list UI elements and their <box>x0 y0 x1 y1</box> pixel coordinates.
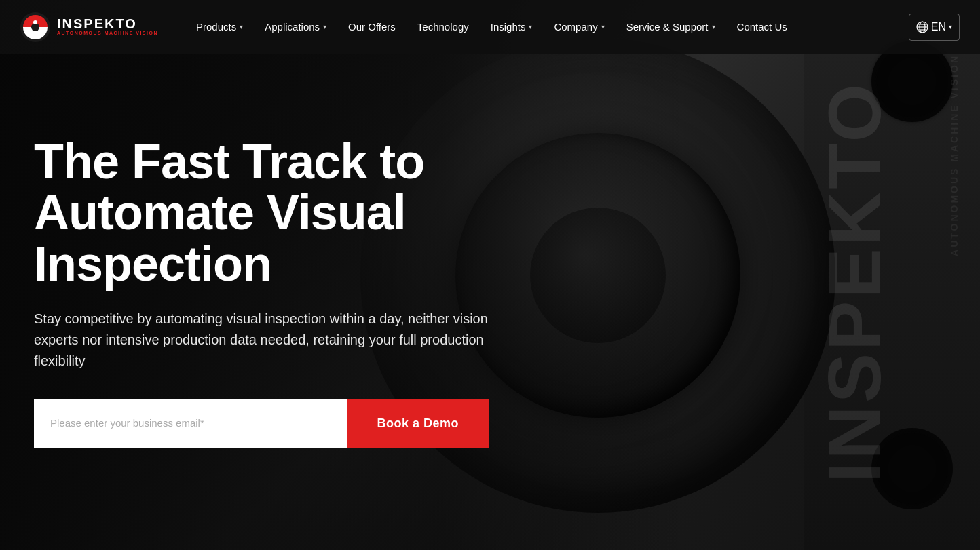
book-demo-button[interactable]: Book a Demo <box>347 399 489 448</box>
nav-label-technology: Technology <box>417 21 469 33</box>
chevron-down-icon: ▾ <box>323 23 326 31</box>
lens-inner <box>530 208 666 343</box>
nav-link-service-support[interactable]: Service & Support ▾ <box>616 2 726 52</box>
chevron-down-icon: ▾ <box>601 23 605 31</box>
nav-item-insights: Insights ▾ <box>480 2 544 52</box>
nav-item-products: Products ▾ <box>185 2 254 52</box>
nav-item-technology: Technology <box>407 2 480 52</box>
hero-content: The Fast Track to Automate Visual Inspec… <box>0 0 539 550</box>
hero-form: Book a Demo <box>34 399 489 448</box>
globe-icon <box>916 21 928 33</box>
nav-item-company: Company ▾ <box>543 2 615 52</box>
nav-menu: Products ▾ Applications ▾ Our Offers Tec… <box>185 2 909 52</box>
nav-label-products: Products <box>196 21 236 33</box>
nav-item-service-support: Service & Support ▾ <box>616 2 726 52</box>
chevron-down-icon: ▾ <box>949 23 952 31</box>
navbar: INSPEKTO AUTONOMOUS MACHINE VISION Produ… <box>0 0 980 54</box>
nav-label-applications: Applications <box>265 21 320 33</box>
nav-item-applications: Applications ▾ <box>254 2 337 52</box>
email-input[interactable] <box>34 399 347 448</box>
nav-link-contact[interactable]: Contact Us <box>726 2 798 52</box>
logo-text-block: INSPEKTO AUTONOMOUS MACHINE VISION <box>57 17 158 36</box>
svg-point-2 <box>33 20 37 24</box>
chevron-down-icon: ▾ <box>240 23 243 31</box>
nav-link-products[interactable]: Products ▾ <box>185 2 254 52</box>
nav-link-applications[interactable]: Applications ▾ <box>254 2 337 52</box>
nav-label-insights: Insights <box>491 21 526 33</box>
chevron-down-icon: ▾ <box>712 23 715 31</box>
nav-label-contact: Contact Us <box>737 21 787 33</box>
nav-label-service-support: Service & Support <box>626 21 709 33</box>
nav-item-contact: Contact Us <box>726 2 798 52</box>
nav-link-our-offers[interactable]: Our Offers <box>337 2 407 52</box>
chevron-down-icon: ▾ <box>529 23 532 31</box>
brand-tagline: AUTONOMOUS MACHINE VISION <box>57 31 158 36</box>
brand-name: INSPEKTO <box>57 17 158 31</box>
camera-hole-bottom <box>871 428 953 509</box>
logo-icon <box>20 12 50 42</box>
nav-label-our-offers: Our Offers <box>348 21 396 33</box>
nav-link-technology[interactable]: Technology <box>407 2 480 52</box>
hero-subtitle: Stay competitive by automating visual in… <box>34 309 495 372</box>
hero-title: The Fast Track to Automate Visual Inspec… <box>34 136 505 290</box>
language-label: EN <box>931 21 946 33</box>
logo-link[interactable]: INSPEKTO AUTONOMOUS MACHINE VISION <box>20 12 158 42</box>
nav-link-insights[interactable]: Insights ▾ <box>480 2 544 52</box>
nav-link-company[interactable]: Company ▾ <box>543 2 615 52</box>
nav-item-our-offers: Our Offers <box>337 2 407 52</box>
language-selector[interactable]: EN ▾ <box>909 14 960 41</box>
hero-section: INSPEKTO AUTONOMOUS MACHINE VISION <box>0 0 980 550</box>
nav-label-company: Company <box>554 21 597 33</box>
